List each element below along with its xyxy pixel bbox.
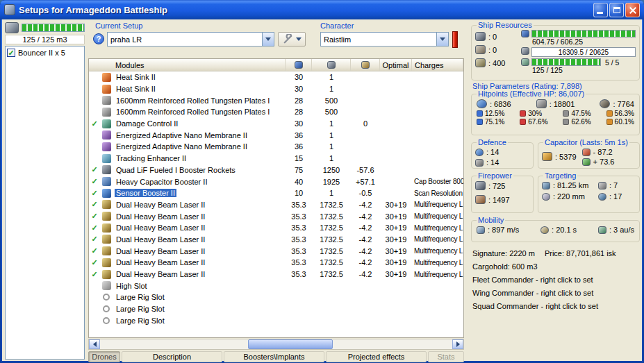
module-charges: Multifrequency L <box>412 259 463 267</box>
chevron-down-icon <box>265 37 271 41</box>
setup-combobox[interactable]: praha LR <box>107 32 274 47</box>
tab-drones[interactable]: Drones <box>88 351 120 362</box>
defence-group: Defence : 14 : 14 <box>471 138 534 169</box>
module-row[interactable]: ✓Damage Control II3010 <box>89 118 463 130</box>
character-status-indicator <box>452 31 458 48</box>
tab-description[interactable]: Description <box>122 351 222 362</box>
module-name[interactable]: Quad LiF Fueled I Booster Rockets <box>113 166 286 174</box>
drone-list[interactable]: ✓ Bouncer II x 5 <box>5 46 85 360</box>
setup-combobox-dropdown-button[interactable] <box>262 33 274 46</box>
launcher-hardpoints-value: : 0 <box>488 46 497 54</box>
help-icon[interactable]: ? <box>93 33 104 44</box>
module-row[interactable]: Tracking Enhancer II151 <box>89 153 463 164</box>
module-name[interactable]: Energized Adaptive Nano Membrane II <box>113 142 286 151</box>
capacitor-column-header[interactable] <box>351 59 380 71</box>
drone-list-item[interactable]: ✓ Bouncer II x 5 <box>7 49 83 57</box>
module-name[interactable]: Dual Heavy Beam Laser II <box>113 223 286 232</box>
capacitor-icon <box>542 152 552 161</box>
app-window: Setups for Armageddon Battleship 125 / 1… <box>0 0 644 363</box>
module-row[interactable]: ✓Dual Heavy Beam Laser II35.31732.5-4.23… <box>89 222 463 234</box>
setup-menu-button[interactable] <box>278 32 306 47</box>
module-row[interactable]: 1600mm Reinforced Rolled Tungsten Plates… <box>89 94 463 106</box>
modules-table-header[interactable]: Modules Optimal Charges <box>89 59 463 71</box>
module-row[interactable]: Heat Sink II301 <box>89 71 463 83</box>
module-name[interactable]: Dual Heavy Beam Laser II <box>113 247 286 255</box>
module-name[interactable]: Dual Heavy Beam Laser II <box>113 258 286 267</box>
armor-repair-icon <box>475 159 484 167</box>
afterburner-icon <box>102 165 111 174</box>
close-button[interactable] <box>625 3 640 17</box>
high-slot-icon <box>102 281 111 290</box>
module-name[interactable]: Sensor Booster II <box>113 189 286 197</box>
character-combobox[interactable]: Raistlim <box>320 32 449 47</box>
module-icon-cell <box>100 281 113 290</box>
scroll-right-button[interactable] <box>452 339 463 349</box>
horizontal-scrollbar[interactable] <box>88 339 464 350</box>
squad-commander-text[interactable]: Squad Commander - right click to set <box>472 300 641 313</box>
module-row[interactable]: Large Rig Slot <box>89 292 463 303</box>
module-name[interactable]: Tracking Enhancer II <box>113 154 286 162</box>
module-name[interactable]: Large Rig Slot <box>113 316 286 325</box>
module-name[interactable]: 1600mm Reinforced Rolled Tungsten Plates… <box>113 96 286 105</box>
module-name[interactable]: Large Rig Slot <box>113 305 286 313</box>
module-charges: Multifrequency L <box>412 201 463 208</box>
module-name[interactable]: Heat Sink II <box>113 73 286 81</box>
module-row[interactable]: Energized Adaptive Nano Membrane II361 <box>89 141 463 153</box>
module-cpu: 30 <box>286 85 312 93</box>
module-row[interactable]: ✓Heavy Capacitor Booster II401925+57.1Ca… <box>89 176 463 187</box>
module-name[interactable]: Dual Heavy Beam Laser II <box>113 201 286 209</box>
module-row[interactable]: High Slot <box>89 280 463 292</box>
shield-icon <box>477 99 487 108</box>
module-row[interactable]: ✓Dual Heavy Beam Laser II35.31732.5-4.23… <box>89 199 463 211</box>
module-row[interactable]: ✓Dual Heavy Beam Laser II35.31732.5-4.23… <box>89 210 463 222</box>
module-name[interactable]: 1600mm Reinforced Rolled Tungsten Plates… <box>113 108 286 116</box>
module-cap: -4.2 <box>351 223 380 232</box>
scrollbar-track[interactable] <box>100 339 452 349</box>
armor-repair: : 14 <box>475 158 529 167</box>
explosive-resists: 56.3% 60.1% <box>606 110 634 126</box>
maximize-button[interactable] <box>609 3 624 17</box>
module-cap: -4.2 <box>351 212 380 221</box>
scrollbar-thumb[interactable] <box>248 339 333 349</box>
module-row[interactable]: Large Rig Slot <box>89 314 463 326</box>
module-row[interactable]: Large Rig Slot <box>89 303 463 315</box>
module-row[interactable]: ✓Quad LiF Fueled I Booster Rockets751250… <box>89 164 463 176</box>
drone-bay-capacity-bar <box>22 24 85 32</box>
ship-info-panel: Ship Resources : 0 : 0 : 400 604.75 / 60… <box>471 19 641 361</box>
module-name[interactable]: Dual Heavy Beam Laser II <box>113 212 286 221</box>
module-row[interactable]: ✓Dual Heavy Beam Laser II35.31732.5-4.23… <box>89 245 463 257</box>
module-row[interactable]: ✓Dual Heavy Beam Laser II35.31732.5-4.23… <box>89 234 463 246</box>
module-row[interactable]: ✓Sensor Booster II101-0.5Scan Resolution <box>89 187 463 199</box>
module-row[interactable]: 1600mm Reinforced Rolled Tungsten Plates… <box>89 106 463 118</box>
cpu-column-header[interactable] <box>286 59 312 71</box>
module-name[interactable]: Damage Control II <box>113 119 286 128</box>
charges-column-header[interactable]: Charges <box>412 59 463 71</box>
module-name[interactable]: Dual Heavy Beam Laser II <box>113 270 286 278</box>
module-row[interactable]: ✓Dual Heavy Beam Laser II35.31732.5-4.23… <box>89 257 463 269</box>
heat-sink-icon <box>102 73 111 82</box>
tab-projected-effects[interactable]: Projected effects <box>326 351 427 362</box>
modules-table: Modules Optimal Charges Heat Sink II301H… <box>88 58 464 338</box>
powergrid-column-header[interactable] <box>312 59 351 71</box>
fleet-commander-text[interactable]: Fleet Commander - right click to set <box>472 273 641 287</box>
module-name[interactable]: Large Rig Slot <box>113 293 286 301</box>
module-row[interactable]: Heat Sink II301 <box>89 83 463 95</box>
kinetic-resists: 47.5% 62.6% <box>563 110 591 126</box>
module-row[interactable]: Energized Adaptive Nano Membrane II361 <box>89 129 463 141</box>
module-name[interactable]: Heat Sink II <box>113 85 286 93</box>
character-combobox-dropdown-button[interactable] <box>436 33 448 46</box>
module-name[interactable]: Heavy Capacitor Booster II <box>113 178 286 186</box>
optimal-column-header[interactable]: Optimal <box>380 59 412 71</box>
module-row[interactable]: ✓Dual Heavy Beam Laser II35.31732.5-4.23… <box>89 269 463 280</box>
minimize-button[interactable] <box>593 3 608 17</box>
modules-column-header[interactable]: Modules <box>89 59 286 71</box>
ship-resources-title: Ship Resources <box>477 21 534 29</box>
module-name[interactable]: Dual Heavy Beam Laser II <box>113 235 286 244</box>
module-icon-cell <box>100 189 113 198</box>
tab-boosters-implants[interactable]: Boosters\Implants <box>224 351 324 362</box>
drone-checkbox[interactable]: ✓ <box>7 49 15 57</box>
module-name[interactable]: High Slot <box>113 282 286 290</box>
wing-commander-text[interactable]: Wing Commander - right click to set <box>472 287 641 300</box>
module-name[interactable]: Energized Adaptive Nano Membrane II <box>113 131 286 140</box>
scroll-left-button[interactable] <box>89 339 100 349</box>
